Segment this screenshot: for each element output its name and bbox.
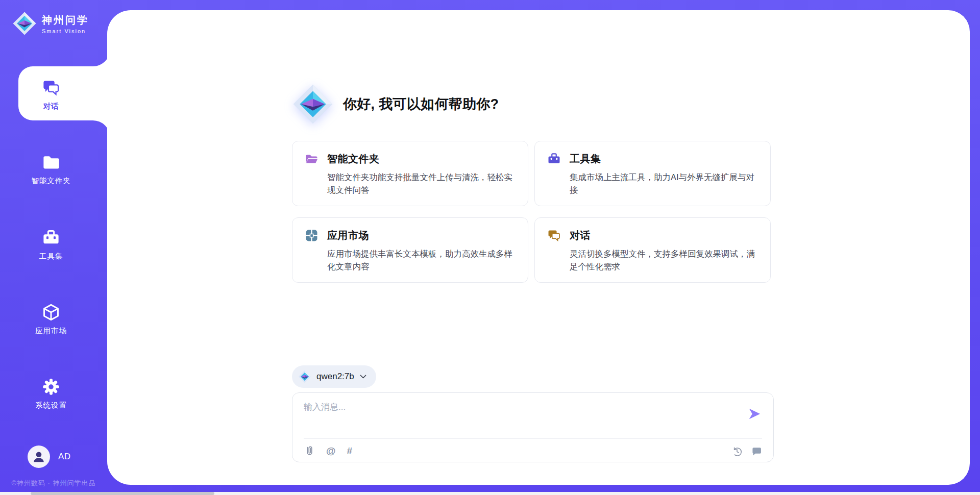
model-selector[interactable]: qwen2:7b [292, 365, 376, 388]
card-head: 工具集 [547, 152, 758, 166]
greeting: 你好, 我可以如何帮助你? [292, 83, 499, 125]
sidebar-item-label: 对话 [43, 102, 59, 111]
sidebar-item-label: 智能文件夹 [31, 176, 71, 186]
feedback-button[interactable] [751, 445, 762, 457]
message-composer: @ # [292, 392, 774, 462]
history-icon [731, 445, 743, 457]
sidebar-item-app-market[interactable]: 应用市场 [0, 303, 102, 336]
send-icon [747, 407, 762, 420]
avatar [28, 445, 50, 468]
chevron-down-icon [359, 374, 367, 380]
card-title: 工具集 [570, 152, 601, 166]
greeting-title: 你好, 我可以如何帮助你? [343, 95, 499, 113]
chat-icon [547, 229, 561, 242]
horizontal-scrollbar-thumb[interactable] [31, 492, 214, 495]
composer-toolbar-right [731, 445, 762, 457]
horizontal-scrollbar[interactable] [0, 492, 980, 495]
sidebar-item-chat[interactable]: 对话 [0, 79, 102, 111]
feature-card-smart-folder[interactable]: 智能文件夹 智能文件夹功能支持批量文件上传与清洗，轻松实现文件问答 [292, 141, 528, 206]
mention-button[interactable]: @ [326, 445, 336, 457]
greeting-diamond-logo-icon [292, 83, 334, 125]
model-diamond-logo-icon [298, 370, 311, 383]
main-content: 你好, 我可以如何帮助你? 智能文件夹 智能文件夹功能支持批量文件上传与清洗，轻… [292, 10, 774, 485]
person-icon [31, 449, 46, 464]
card-description: 集成市场上主流工具，助力AI与外界无缝扩展与对接 [570, 171, 758, 196]
brand: 神州问学 Smart Vision [12, 11, 89, 36]
speech-bubble-icon [751, 445, 762, 457]
cube-icon [42, 303, 60, 321]
feature-card-app-market[interactable]: 应用市场 应用市场提供丰富长文本模板，助力高效生成多样化文章内容 [292, 217, 528, 283]
card-title: 智能文件夹 [327, 152, 380, 166]
card-head: 应用市场 [305, 229, 516, 242]
card-title: 应用市场 [327, 229, 369, 242]
card-description: 智能文件夹功能支持批量文件上传与清洗，轻松实现文件问答 [327, 171, 516, 196]
paperclip-icon [304, 445, 315, 457]
card-description: 应用市场提供丰富长文本模板，助力高效生成多样化文章内容 [327, 247, 516, 273]
composer-toolbar: @ # [304, 443, 762, 459]
message-input[interactable] [304, 401, 732, 431]
sidebar-item-toolset[interactable]: 工具集 [0, 229, 102, 261]
brand-name-en: Smart Vision [42, 28, 89, 34]
card-description: 灵活切换多模型文件，支持多样回复效果调试，满足个性化需求 [570, 247, 758, 273]
card-title: 对话 [570, 229, 591, 242]
card-head: 对话 [547, 229, 758, 242]
send-button[interactable] [747, 407, 762, 420]
history-button[interactable] [731, 445, 743, 457]
brand-diamond-logo-icon [12, 11, 37, 36]
sidebar-item-smart-folder[interactable]: 智能文件夹 [0, 153, 102, 186]
attachment-button[interactable] [304, 445, 315, 457]
grid-icon [305, 229, 318, 242]
gear-icon [42, 378, 60, 396]
feature-card-chat[interactable]: 对话 灵活切换多模型文件，支持多样回复效果调试，满足个性化需求 [534, 217, 771, 283]
user-initials: AD [58, 452, 71, 462]
sidebar-item-label: 工具集 [39, 252, 63, 261]
main-panel: 你好, 我可以如何帮助你? 智能文件夹 智能文件夹功能支持批量文件上传与清洗，轻… [107, 10, 970, 485]
sidebar-footer-credit: ©神州数码 · 神州问学出品 [0, 479, 107, 488]
toolbox-icon [547, 152, 561, 166]
toolbox-icon [42, 229, 60, 247]
brand-text: 神州问学 Smart Vision [42, 13, 89, 34]
composer-divider [304, 438, 762, 439]
sidebar: 神州问学 Smart Vision 对话 智能文件夹 工具集 应用市场 系统设置… [0, 0, 107, 495]
sidebar-item-label: 系统设置 [35, 401, 67, 410]
card-head: 智能文件夹 [305, 152, 516, 166]
sidebar-item-system-settings[interactable]: 系统设置 [0, 378, 102, 410]
folder-open-icon [305, 152, 318, 166]
chat-icon [42, 79, 60, 97]
folder-icon [42, 153, 60, 171]
brand-name-cn: 神州问学 [42, 13, 89, 27]
sidebar-item-label: 应用市场 [35, 326, 67, 336]
user-profile[interactable]: AD [28, 445, 71, 468]
model-name: qwen2:7b [316, 372, 354, 382]
hashtag-button[interactable]: # [347, 445, 353, 457]
feature-card-toolset[interactable]: 工具集 集成市场上主流工具，助力AI与外界无缝扩展与对接 [534, 141, 771, 206]
